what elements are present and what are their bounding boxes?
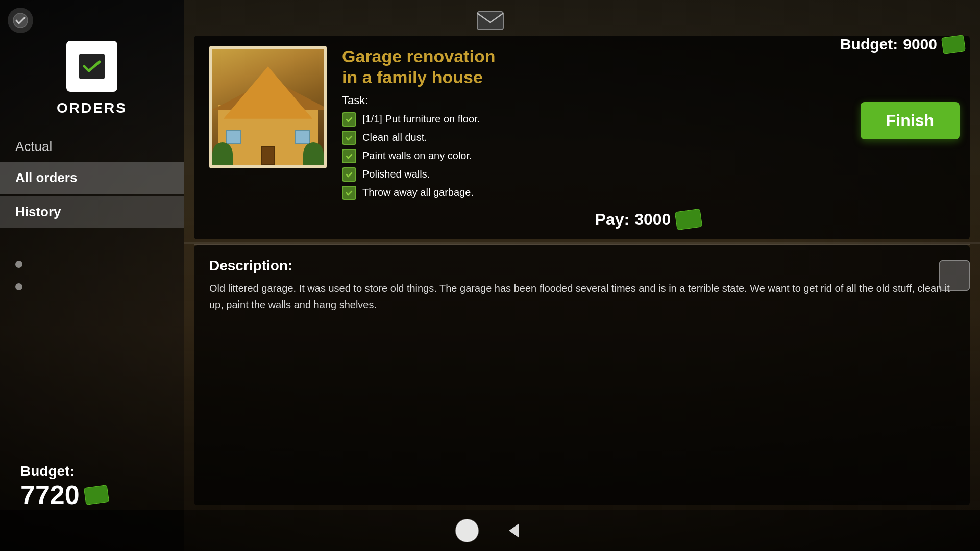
order-panel: Garage renovation in a family house Task… [194,36,970,239]
sidebar-item-history[interactable]: History [0,196,184,228]
svg-point-3 [456,519,478,542]
description-text: Old littered garage. It was used to stor… [209,280,954,313]
pay-label: Pay: [595,210,630,229]
dot-1 [15,261,22,268]
description-panel: Description: Old littered garage. It was… [194,245,970,505]
dot-indicators [15,261,22,290]
budget-header-label: Budget: [840,36,898,53]
player-budget-label: Budget: [20,463,108,480]
back-button[interactable] [500,518,526,543]
orders-icon [66,41,117,92]
bottom-nav [0,510,980,551]
finish-button[interactable]: Finish [861,102,960,139]
player-budget-amount: 7720 [20,480,80,510]
money-icon-header [941,35,966,54]
task-check-3 [342,149,356,163]
panel-separator [184,242,980,244]
task-check-5 [342,186,356,200]
task-text-1: [1/1] Put furniture on floor. [362,113,480,125]
task-check-1 [342,112,356,127]
sidebar-actual-label: Actual [0,132,184,162]
home-button[interactable] [454,518,480,543]
task-text-4: Polished walls. [362,168,430,180]
task-item-3: Paint walls on any color. [342,149,954,163]
budget-header: Budget: 9000 [840,36,965,53]
task-text-3: Paint walls on any color. [362,150,472,162]
description-title: Description: [209,258,954,274]
task-item-5: Throw away all garbage. [342,186,954,200]
task-check-4 [342,167,356,182]
house-image [209,46,327,168]
money-icon-pay [675,209,703,231]
sidebar-item-all-orders[interactable]: All orders [0,162,184,194]
task-check-2 [342,131,356,145]
budget-header-value: 9000 [903,36,937,53]
pay-section: Pay: 3000 [342,210,954,229]
money-icon-player [84,485,109,505]
dot-2 [15,283,22,290]
task-text-2: Clean all dust. [362,132,427,143]
task-text-5: Throw away all garbage. [362,187,474,198]
menu-check-button[interactable] [8,8,33,33]
pay-amount: 3000 [634,210,671,229]
orders-title: ORDERS [57,100,127,116]
svg-point-0 [13,13,28,28]
task-item-4: Polished walls. [342,167,954,182]
main-content: Garage renovation in a family house Task… [184,31,980,510]
mail-button[interactable] [475,8,505,33]
right-edge-button[interactable] [939,260,970,291]
svg-rect-1 [477,12,503,30]
player-budget: Budget: 7720 [20,463,108,510]
svg-marker-4 [509,523,519,538]
